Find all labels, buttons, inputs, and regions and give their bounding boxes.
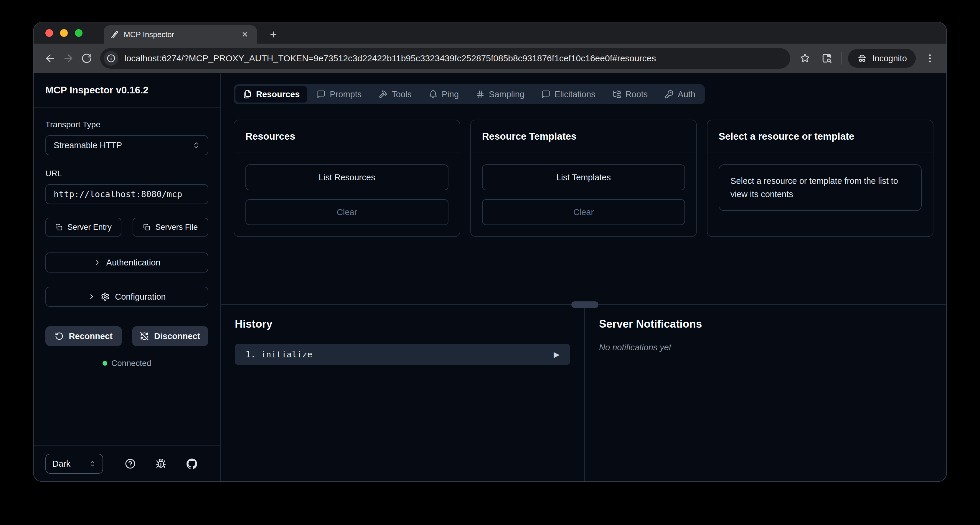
new-tab-button[interactable]: + — [265, 28, 282, 44]
tab-sampling[interactable]: Sampling — [468, 86, 532, 102]
history-item-label: 1. initialize — [245, 349, 312, 360]
footer-icons — [115, 458, 207, 469]
list-resources-button[interactable]: List Resources — [245, 164, 449, 190]
incognito-badge: Incognito — [848, 49, 916, 68]
tab-prompts[interactable]: Prompts — [309, 86, 369, 102]
servers-file-button[interactable]: Servers File — [133, 218, 208, 237]
close-window-button[interactable] — [45, 29, 53, 37]
incognito-icon — [857, 53, 867, 64]
tab-label: Tools — [391, 89, 412, 99]
status-label: Connected — [111, 358, 151, 368]
tab-label: Roots — [625, 89, 648, 99]
tab-label: Prompts — [330, 89, 361, 99]
back-icon[interactable] — [43, 51, 58, 66]
tab-resources[interactable]: Resources — [235, 86, 307, 102]
configuration-button[interactable]: Configuration — [45, 287, 208, 307]
disconnect-button[interactable]: Disconnect — [132, 326, 208, 346]
authentication-label: Authentication — [107, 258, 161, 267]
tab-label: Auth — [678, 89, 695, 99]
history-section: History 1. initialize ▶ — [221, 305, 585, 481]
tab-ping[interactable]: Ping — [421, 86, 466, 102]
connection-status: Connected — [45, 358, 208, 368]
app-content: MCP Inspector v0.16.2 Transport Type Str… — [33, 73, 947, 481]
server-entry-button[interactable]: Server Entry — [45, 218, 121, 237]
chevrons-up-down-icon — [89, 460, 96, 467]
main-top: Resources Prompts Tools Ping — [221, 73, 947, 304]
browser-menu-icon[interactable] — [922, 51, 937, 66]
url-bar[interactable]: localhost:6274/?MCP_PROXY_AUTH_TOKEN=9e7… — [100, 48, 790, 68]
chevron-right-icon — [88, 293, 95, 301]
resource-viewer-title: Select a resource or template — [708, 120, 933, 153]
reconnect-label: Reconnect — [69, 331, 113, 341]
site-info-icon[interactable] — [104, 51, 118, 66]
tab-title: MCP Inspector — [124, 30, 239, 39]
maximize-window-button[interactable] — [75, 29, 83, 37]
reload-icon[interactable] — [79, 51, 94, 66]
tab-tools[interactable]: Tools — [371, 86, 419, 102]
tab-label: Elicitations — [555, 89, 595, 99]
hammer-icon — [379, 90, 387, 99]
url-label: URL — [45, 169, 208, 178]
tab-label: Sampling — [489, 89, 525, 99]
theme-select[interactable]: Dark — [45, 454, 103, 474]
transport-type-label: Transport Type — [45, 120, 208, 129]
resources-panel-title: Resources — [234, 120, 460, 153]
close-tab-icon[interactable]: ✕ — [239, 29, 250, 40]
tab-auth[interactable]: Auth — [657, 86, 703, 102]
forward-icon[interactable] — [61, 51, 76, 66]
transport-select[interactable]: Streamable HTTP — [45, 135, 208, 155]
chevrons-up-down-icon — [192, 142, 200, 149]
help-icon[interactable] — [125, 458, 135, 469]
rotate-ccw-icon — [55, 332, 64, 340]
resources-panel: Resources List Resources Clear — [234, 119, 460, 237]
message-square-icon — [542, 90, 550, 99]
github-icon[interactable] — [186, 458, 197, 469]
main-area: Resources Prompts Tools Ping — [221, 73, 947, 481]
minimize-window-button[interactable] — [60, 29, 68, 37]
url-text[interactable]: localhost:6274/?MCP_PROXY_AUTH_TOKEN=9e7… — [124, 53, 656, 63]
resource-templates-panel-title: Resource Templates — [471, 120, 696, 153]
authentication-button[interactable]: Authentication — [45, 253, 208, 272]
bookmark-star-icon[interactable] — [797, 51, 813, 66]
files-icon — [243, 90, 252, 99]
sidebar-body: Transport Type Streamable HTTP URL Serve… — [33, 108, 220, 445]
key-icon — [665, 90, 674, 99]
nav-tabs: Resources Prompts Tools Ping — [234, 84, 705, 104]
toolbar-right-controls: Incognito — [797, 49, 937, 68]
bell-icon — [429, 90, 438, 99]
notifications-empty-text: No notifications yet — [599, 343, 932, 352]
history-item[interactable]: 1. initialize ▶ — [235, 344, 570, 365]
sidebar-footer: Dark — [33, 445, 220, 481]
app-title: MCP Inspector v0.16.2 — [45, 84, 148, 96]
browser-tab[interactable]: MCP Inspector ✕ — [104, 25, 257, 44]
theme-select-value: Dark — [52, 459, 70, 469]
folder-tree-icon — [612, 90, 621, 99]
clear-resources-button[interactable]: Clear — [245, 199, 449, 225]
server-notifications-section: Server Notifications No notifications ye… — [585, 305, 947, 481]
browser-window: MCP Inspector ✕ + localhost:6274/?MCP_PR… — [33, 22, 947, 481]
tab-search-icon[interactable] — [819, 51, 834, 66]
tab-elicitations[interactable]: Elicitations — [534, 86, 603, 102]
servers-file-label: Servers File — [155, 223, 198, 232]
resource-panels: Resources List Resources Clear Resource … — [234, 119, 934, 237]
tab-label: Ping — [442, 89, 459, 99]
favicon-mcp-icon — [110, 30, 119, 39]
list-templates-button[interactable]: List Templates — [482, 164, 685, 190]
transport-select-value: Streamable HTTP — [54, 140, 122, 150]
sidebar-header: MCP Inspector v0.16.2 — [33, 73, 220, 108]
resize-handle[interactable] — [571, 301, 598, 308]
copy-icon — [55, 223, 63, 231]
clear-templates-button[interactable]: Clear — [482, 199, 685, 225]
window-controls — [33, 22, 91, 44]
reconnect-button[interactable]: Reconnect — [45, 326, 122, 346]
bug-icon[interactable] — [156, 458, 166, 469]
message-square-icon — [317, 90, 326, 99]
server-url-input[interactable] — [45, 184, 208, 204]
main-bottom: History 1. initialize ▶ Server Notificat… — [221, 305, 947, 481]
resource-viewer-panel: Select a resource or template Select a r… — [707, 119, 934, 237]
sidebar: MCP Inspector v0.16.2 Transport Type Str… — [33, 73, 221, 481]
tab-roots[interactable]: Roots — [605, 86, 655, 102]
server-entry-label: Server Entry — [67, 223, 112, 232]
browser-toolbar: localhost:6274/?MCP_PROXY_AUTH_TOKEN=9e7… — [33, 44, 947, 73]
resource-templates-panel: Resource Templates List Templates Clear — [470, 119, 697, 237]
